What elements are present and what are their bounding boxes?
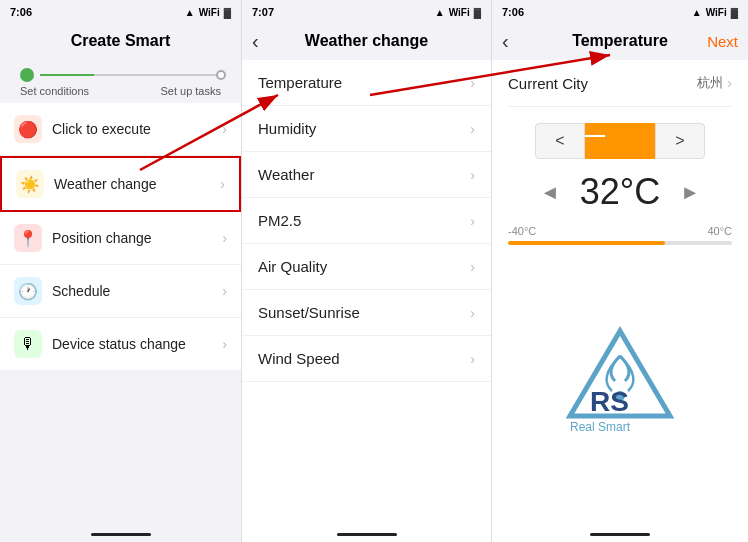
time-1: 7:06 [10,6,32,18]
wind-chevron: › [470,351,475,367]
position-icon: 📍 [14,224,42,252]
bottom-bar-3 [590,533,650,536]
less-than-operator[interactable]: < [535,123,585,159]
pm25-chevron: › [470,213,475,229]
progress-dot [20,68,34,82]
progress-label-2: Set up tasks [160,85,221,97]
real-smart-logo-section: RS Real Smart [492,255,748,527]
nav-bar-2: ‹ Weather change [242,22,491,60]
temperature-display: ◄ 32°C ► [508,171,732,213]
time-2: 7:07 [252,6,274,18]
menu-item-click-to-execute[interactable]: 🔴 Click to execute › [0,103,241,156]
menu-item-weather-change[interactable]: ☀️ Weather change › [0,156,241,212]
menu-item-schedule[interactable]: 🕐 Schedule › [0,265,241,318]
city-name: 杭州 [697,74,723,92]
nav-bar-3: ‹ Temperature Next [492,22,748,60]
weather-change-label: Weather change [54,176,220,192]
humidity-chevron: › [470,121,475,137]
temperature-slider[interactable] [508,241,732,245]
position-change-chevron: › [222,230,227,246]
temperature-value: 32°C [580,171,660,213]
slider-section: -40°C 40°C [492,225,748,255]
weather-list-item-pm25[interactable]: PM2.5 › [242,198,491,244]
device-status-icon: 🎙 [14,330,42,358]
status-icons-3: ▲ WiFi ▓ [692,7,738,18]
temperature-section: Current City 杭州 › < — > ◄ [492,60,748,225]
status-bar-1: 7:06 ▲ WiFi ▓ [0,0,241,22]
status-bar-2: 7:07 ▲ WiFi ▓ [242,0,491,22]
bottom-bar-1 [91,533,151,536]
progress-line [40,74,221,76]
schedule-icon: 🕐 [14,277,42,305]
panel1-title: Create Smart [71,32,171,50]
temperature-panel: 7:06 ▲ WiFi ▓ ‹ Temperature Next Current… [492,0,748,542]
back-button-3[interactable]: ‹ [502,30,509,53]
city-label: Current City [508,75,588,92]
svg-text:RS: RS [590,386,629,417]
click-execute-icon: 🔴 [14,115,42,143]
back-button-2[interactable]: ‹ [252,30,259,53]
schedule-label: Schedule [52,283,222,299]
temperature-chevron: › [470,75,475,91]
weather-list: Temperature › Humidity › Weather › PM2.5… [242,60,491,382]
slider-min-label: -40°C [508,225,536,237]
greater-than-operator[interactable]: > [655,123,705,159]
status-icons-1: ▲ WiFi ▓ [185,7,231,18]
weather-change-chevron: › [220,176,225,192]
device-status-chevron: › [222,336,227,352]
status-bar-3: 7:06 ▲ WiFi ▓ [492,0,748,22]
next-button[interactable]: Next [707,33,738,50]
create-smart-panel: 7:06 ▲ WiFi ▓ Create Smart Set condition… [0,0,242,542]
slider-fill [508,241,665,245]
sunset-chevron: › [470,305,475,321]
menu-item-device-status-change[interactable]: 🎙 Device status change › [0,318,241,371]
status-icons-2: ▲ WiFi ▓ [435,7,481,18]
temp-decrease[interactable]: ◄ [540,181,560,204]
slider-labels: -40°C 40°C [508,225,732,237]
panel2-title: Weather change [305,32,428,50]
bottom-bar-2 [337,533,397,536]
weather-icon: ☀️ [16,170,44,198]
weather-list-item-wind-speed[interactable]: Wind Speed › [242,336,491,382]
position-change-label: Position change [52,230,222,246]
progress-label-1: Set conditions [20,85,89,97]
city-value[interactable]: 杭州 › [697,74,732,92]
temp-increase[interactable]: ► [680,181,700,204]
weather-chevron: › [470,167,475,183]
equals-operator[interactable]: — [585,123,655,159]
menu-item-position-change[interactable]: 📍 Position change › [0,212,241,265]
operator-row: < — > [508,123,732,159]
device-status-label: Device status change [52,336,222,352]
city-row: Current City 杭州 › [508,60,732,107]
weather-list-item-air-quality[interactable]: Air Quality › [242,244,491,290]
air-quality-chevron: › [470,259,475,275]
click-execute-chevron: › [222,121,227,137]
progress-section: Set conditions Set up tasks [0,60,241,103]
nav-bar-1: Create Smart [0,22,241,60]
logo-section [0,371,241,527]
weather-change-panel: 7:07 ▲ WiFi ▓ ‹ Weather change Temperatu… [242,0,492,542]
time-3: 7:06 [502,6,524,18]
panel3-title: Temperature [572,32,668,50]
weather-list-item-temperature[interactable]: Temperature › [242,60,491,106]
svg-text:Real Smart: Real Smart [570,420,631,434]
real-smart-logo: RS Real Smart [560,326,680,436]
slider-max-label: 40°C [707,225,732,237]
click-execute-label: Click to execute [52,121,222,137]
weather-list-item-humidity[interactable]: Humidity › [242,106,491,152]
weather-list-item-sunset-sunrise[interactable]: Sunset/Sunrise › [242,290,491,336]
schedule-chevron: › [222,283,227,299]
weather-list-item-weather[interactable]: Weather › [242,152,491,198]
